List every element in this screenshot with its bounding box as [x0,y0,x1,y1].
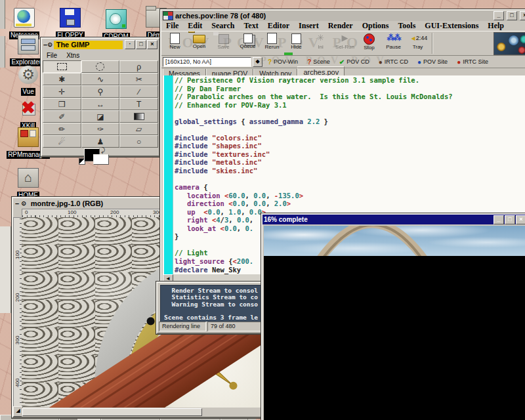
scrollbar-thumb[interactable] [22,408,202,416]
maximize-button[interactable]: □ [507,11,517,20]
swap-colors-icon[interactable]: ⤸ [101,146,105,154]
menu-editor[interactable]: Editor [263,21,294,31]
render-titlebar[interactable]: 16% complete _ □ × [262,215,525,224]
quickbar-button-pov-win[interactable]: ?POV-Win [264,58,302,66]
maximize-button[interactable]: □ [505,215,515,224]
preset-dropdown-button[interactable]: ◆ [253,57,262,67]
desktop-icon-floppy[interactable]: FLOPPY [49,8,92,40]
gimp-tool-eraser[interactable]: ▱ [119,123,158,135]
menu-edit[interactable]: Edit [183,21,207,31]
code-segment: , [266,192,274,200]
gimp-tool-magnify[interactable]: ⚲ [81,85,120,98]
gimp-tool-clone[interactable]: ♟ [81,135,120,148]
close-button[interactable]: × [516,215,525,224]
gimp-tool-pencil[interactable]: ✏ [43,123,81,135]
airbrush-icon: ☄ [58,138,66,146]
gimp-menu-file[interactable]: File [42,52,62,59]
pushpin-icon[interactable]: ⊙ [21,200,26,207]
toolbar-separator [432,33,433,54]
menu-text[interactable]: Text [239,21,262,31]
gimp-color-area: ⤸ [42,148,159,165]
code-segment: "skies.inc" [212,167,258,175]
gimp-tool-transform[interactable]: ❒ [43,98,81,110]
gimp-tool-crop[interactable]: ∕ [119,85,158,98]
menu-options[interactable]: Options [358,21,394,31]
gimp-tool-free-select[interactable]: ρ [119,60,158,73]
toolbar-button-new[interactable]: New [163,32,187,55]
code-segment: 0.0 [253,200,266,207]
ruler-mark: 300 [14,336,20,345]
close-button[interactable]: × [520,11,525,20]
window-shade-icon[interactable]: – [15,200,19,207]
gimp-tool-ellipse-select[interactable] [81,60,120,73]
gimp-tool-fuzzy-select[interactable]: ✱ [43,73,81,85]
menu-search[interactable]: Search [207,21,239,31]
desktop-icon-home[interactable]: HOME [7,168,50,200]
quickbar-button-label: POV-Win [274,58,298,65]
render-image-sky [264,226,525,256]
open-folder-icon [193,35,205,43]
code-line: direction <0.0, 0.0, 2.0> [175,200,525,208]
bucket-fill-icon: ◪ [96,113,104,121]
toolbar-button-label: Pause [381,44,406,50]
gimp-tool-blend[interactable] [119,110,158,123]
quickbar-button-irtc-site[interactable]: ●IRTC Site [453,58,492,66]
toolbar-button-pause[interactable]: ⁂⁂Pause [381,32,406,55]
gimp-tool-color-picker[interactable]: ✐ [43,110,81,123]
menu-insert[interactable]: Insert [294,21,324,31]
gimp-tool-airbrush[interactable]: ☄ [43,135,81,148]
toolbar-button-queue[interactable]: Queue [236,32,260,55]
toolbar-button-tray[interactable]: 2:44Tray [406,32,430,55]
gimp-menu-xtns[interactable]: Xtns [62,52,84,59]
code-segment: #include [175,158,208,166]
render-preset-combobox[interactable]: [160x120, No AA] [163,57,251,67]
vue-icon [18,66,38,84]
fuzzy-select-icon: ✱ [58,75,65,83]
gimp-tool-bucket-fill[interactable]: ◪ [81,110,120,123]
toolbar-button-rerun[interactable]: Rerun [260,32,284,55]
quickbar-button-pov-site[interactable]: ●POV Site [413,58,452,66]
gimp-tool-text[interactable]: T [119,98,158,110]
toolbar-button-selrun: ▶Sel-Run [333,32,357,55]
pushpin-icon[interactable]: ⊙ [47,41,52,48]
minimize-button[interactable]: _ [494,11,504,20]
gimp-tool-move[interactable]: ✛ [43,85,81,98]
edge-window-sliver[interactable] [0,226,11,313]
code-segment [175,224,187,232]
gimp-tool-flip[interactable]: ↔ [81,98,120,110]
stop-icon [364,33,375,45]
iconify-button[interactable]: · [125,40,135,49]
background-color-swatch[interactable] [93,154,109,165]
editor-margin [164,75,173,274]
toolbar-button-label: Open [187,43,211,49]
gimp-tool-blur[interactable]: ○ [119,135,158,148]
toolbar-button-stop[interactable]: Stop [357,32,381,55]
menu-file[interactable]: File [161,21,183,31]
quickbar-button-label: POV Site [423,58,448,65]
povray-titlebar[interactable]: arches.pov:line 78 (of 480) _ □ × [161,10,525,21]
close-button[interactable]: × [147,40,158,49]
toolbar-button-open[interactable]: Open [187,32,211,55]
toolbar-button-hide[interactable]: Hide [284,32,308,55]
code-segment: , [245,200,254,207]
quickbar-button-scene[interactable]: ?Scene [303,58,334,66]
menu-gui-extensions[interactable]: GUI-Extensions [420,21,483,31]
gimp-tool-bezier-select[interactable]: ∿ [81,73,120,85]
horizontal-scrollbar[interactable] [22,408,260,417]
gimp-tool-scissors[interactable]: ✂ [119,73,158,85]
menu-help[interactable]: Help [483,21,509,31]
menu-render[interactable]: Render [324,21,358,31]
maximize-button[interactable]: □ [136,40,146,49]
quickbar-button-pov-cd[interactable]: ✔POV CD [335,58,373,66]
edge-window-sliver[interactable] [0,36,5,68]
code-segment: { [237,117,249,125]
code-segment: #include [175,150,208,158]
gimp-tool-paintbrush[interactable]: ✑ [81,123,120,135]
menu-tools[interactable]: Tools [393,21,420,31]
minimize-button[interactable]: _ [494,215,504,224]
quickbar-button-irtc-cd[interactable]: ●IRTC CD [375,58,412,66]
gimp-tool-rect-select[interactable] [43,60,81,73]
code-segment: , [241,208,249,216]
desktop-icon-cdrom[interactable]: CDROM [94,9,138,41]
gimp-titlebar[interactable]: – ⊙ The GIMP · □ × [42,39,159,51]
